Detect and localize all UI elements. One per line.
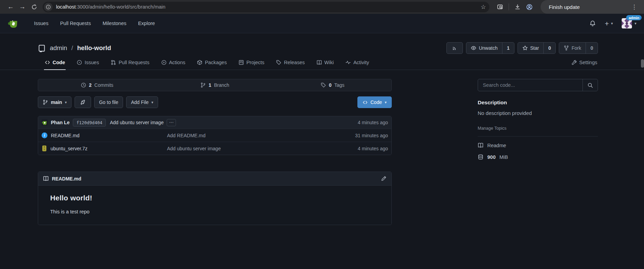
readme-content: Hello world! This is a test repo [38, 186, 391, 225]
go-to-file-button[interactable]: Go to file [94, 96, 123, 108]
finish-update-button[interactable]: Finish update [549, 4, 580, 10]
file-name-link[interactable]: ubuntu_server.7z [51, 146, 87, 151]
gitea-navbar: Issues Pull Requests Milestones Explore … [0, 14, 644, 33]
navbar-item-issues[interactable]: Issues [28, 21, 54, 26]
address-bar[interactable]: localhost:3000/admin/hello-world/src/bra… [43, 2, 489, 12]
table-row: ubuntu_server.7z Add ubuntu server image… [38, 142, 391, 155]
search-icon [587, 82, 593, 88]
tab-settings[interactable]: Settings [571, 60, 598, 70]
search-input[interactable] [478, 79, 582, 91]
stars-count[interactable]: 0 [543, 43, 555, 54]
chevron-down-icon: ▾ [634, 21, 636, 26]
edit-readme-button[interactable] [381, 176, 387, 182]
file-commit-time: 4 minutes ago [358, 146, 388, 151]
repo-header: admin / hello-world Unwatch 1 Star 0 For… [0, 33, 644, 54]
tab-packages[interactable]: Packages [196, 60, 227, 70]
fork-label: Fork [571, 45, 581, 51]
notifications-button[interactable] [589, 20, 596, 27]
star-button[interactable]: Star 0 [518, 42, 556, 54]
tags-label: Tags [334, 82, 345, 88]
user-menu[interactable]: admin ▾ [622, 18, 636, 28]
file-commit-message[interactable]: Add README.md [167, 133, 355, 138]
add-file-button[interactable]: Add File ▾ [126, 96, 158, 108]
tab-actions[interactable]: Actions [160, 60, 186, 70]
commit-author-name[interactable]: Phan Le [51, 120, 69, 125]
site-info-icon[interactable] [44, 3, 53, 11]
chevron-down-icon: ▾ [152, 100, 154, 105]
browser-chrome: ← → localhost:3000/admin/hello-world/src… [0, 0, 644, 14]
navbar-item-explore[interactable]: Explore [132, 21, 161, 26]
tab-releases[interactable]: Releases [275, 60, 305, 70]
search-button[interactable] [582, 79, 598, 91]
browser-menu-button[interactable]: ⋮ [630, 3, 639, 11]
star-icon [522, 45, 528, 51]
watchers-count[interactable]: 1 [502, 43, 514, 54]
browser-forward-button[interactable]: → [16, 1, 28, 13]
readme-header: README.md [38, 172, 391, 186]
commit-message[interactable]: Add ubuntu server image [110, 120, 164, 125]
forks-count[interactable]: 0 [586, 43, 598, 54]
gitea-logo[interactable] [8, 17, 19, 29]
tab-activity[interactable]: Activity [345, 60, 370, 70]
browser-back-button[interactable]: ← [5, 1, 16, 13]
commits-stat[interactable]: 2 Commits [38, 79, 156, 91]
search-tabs-button[interactable] [494, 1, 506, 13]
tab-wiki[interactable]: Wiki [316, 60, 334, 70]
repo-action-buttons: Unwatch 1 Star 0 Fork 0 [446, 42, 598, 54]
readme-filename[interactable]: README.md [52, 176, 81, 182]
branches-count: 1 [209, 82, 211, 88]
scrollbar-thumb[interactable] [641, 59, 644, 68]
code-download-button[interactable]: Code ▾ [357, 96, 392, 108]
navbar-right: + ▾ admin ▾ [589, 18, 636, 28]
bookmark-star-icon[interactable]: ☆ [481, 3, 486, 11]
chevron-down-icon: ▾ [65, 100, 67, 105]
tag-icon [276, 60, 281, 65]
repo-name-link[interactable]: hello-world [77, 44, 111, 52]
rss-feed-button[interactable] [446, 42, 463, 54]
manage-topics-link[interactable]: Manage Topics [478, 126, 598, 131]
create-new-button[interactable]: + ▾ [605, 20, 613, 27]
tags-count: 0 [329, 82, 332, 88]
branches-stat[interactable]: 1 Branch [156, 79, 274, 91]
tab-pull-requests[interactable]: Pull Requests [110, 60, 150, 70]
branch-toolbar: main ▾ Go to file Add File ▾ Code [38, 96, 392, 108]
book-icon [43, 176, 49, 182]
repo-tabs: Code Issues Pull Requests Actions Packag… [0, 60, 644, 70]
readme-meta-link[interactable]: Readme [478, 142, 598, 148]
fork-button[interactable]: Fork 0 [559, 42, 598, 54]
commit-author-avatar[interactable] [42, 119, 48, 126]
navbar-item-pull-requests[interactable]: Pull Requests [54, 21, 97, 26]
repo-owner-link[interactable]: admin [50, 44, 67, 52]
tab-projects[interactable]: Projects [238, 60, 265, 70]
compare-branches-button[interactable] [75, 96, 91, 108]
pull-request-icon [111, 60, 116, 65]
branch-icon [200, 82, 206, 88]
description-heading: Description [478, 100, 598, 106]
downloads-button[interactable] [512, 1, 523, 13]
main-column: 2 Commits 1 Branch 0 Tags main ▾ [38, 79, 392, 225]
star-label: Star [530, 45, 539, 51]
navbar-item-milestones[interactable]: Milestones [97, 21, 132, 26]
rss-icon [452, 45, 457, 51]
sidebar-divider [478, 136, 598, 137]
file-name-link[interactable]: README.md [51, 133, 79, 138]
chevron-down-icon: ▾ [611, 21, 613, 26]
browser-reload-button[interactable] [28, 1, 40, 13]
book-icon [478, 142, 484, 148]
file-commit-message[interactable]: Add ubuntu server image [167, 146, 358, 151]
commit-expand-button[interactable]: ⋯ [167, 119, 176, 126]
unwatch-button[interactable]: Unwatch 1 [466, 42, 514, 54]
tab-issues[interactable]: Issues [76, 60, 100, 70]
code-button-label: Code [370, 100, 382, 105]
readme-panel: README.md Hello world! This is a test re… [38, 172, 392, 225]
code-icon [363, 100, 368, 105]
branch-selector[interactable]: main ▾ [38, 96, 71, 108]
commit-hash[interactable]: f120d9d404 [73, 119, 106, 127]
repo-size-unit: MiB [499, 154, 508, 160]
tags-stat[interactable]: 0 Tags [274, 79, 391, 91]
book-icon [317, 60, 322, 65]
tab-code[interactable]: Code [44, 60, 66, 70]
browser-profile-button[interactable] [523, 1, 535, 13]
latest-commit-row: Phan Le f120d9d404 Add ubuntu server ima… [38, 116, 391, 129]
file-commit-time: 31 minutes ago [355, 133, 388, 138]
